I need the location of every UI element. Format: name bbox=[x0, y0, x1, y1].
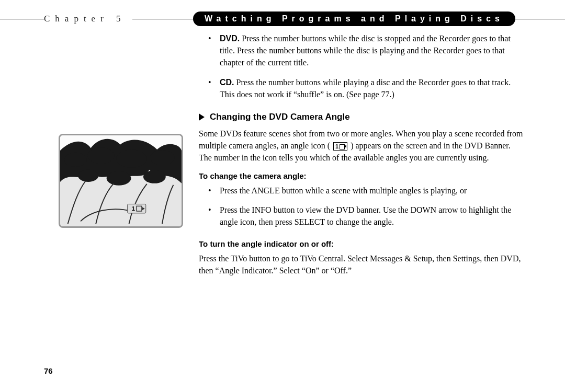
list-item: Press the INFO button to view the DVD ba… bbox=[199, 204, 523, 228]
page-header: Chapter 5 Watching Programs and Playing … bbox=[0, 11, 565, 26]
svg-point-2 bbox=[64, 153, 87, 167]
bullet-text: Press the INFO button to view the DVD ba… bbox=[220, 205, 511, 226]
top-bullet-list: DVD. Press the number buttons while the … bbox=[199, 32, 523, 100]
chapter-label: Chapter 5 bbox=[44, 11, 132, 26]
section-heading: Changing the DVD Camera Angle bbox=[210, 112, 350, 122]
list-item: Press the ANGLE button while a scene wit… bbox=[199, 185, 523, 197]
camera-icon bbox=[340, 144, 346, 148]
section-intro-paragraph: Some DVDs feature scenes shot from two o… bbox=[199, 128, 523, 164]
camera-angle-figure: 1 bbox=[59, 134, 183, 228]
bullet-bold: DVD. bbox=[220, 34, 240, 43]
bullet-text: Press the number buttons while playing a… bbox=[220, 78, 511, 99]
svg-point-6 bbox=[78, 170, 98, 182]
svg-point-7 bbox=[107, 171, 131, 186]
chapter-title: Watching Programs and Playing Discs bbox=[193, 11, 515, 26]
chapter-title-wrap: Watching Programs and Playing Discs bbox=[193, 11, 515, 26]
main-content: DVD. Press the number buttons while the … bbox=[199, 32, 523, 284]
bullet-text: Press the number buttons while the disc … bbox=[220, 34, 511, 67]
list-item: DVD. Press the number buttons while the … bbox=[199, 32, 523, 69]
bullet-text: Press the ANGLE button while a scene wit… bbox=[220, 186, 467, 195]
svg-point-4 bbox=[116, 149, 146, 168]
change-angle-list: Press the ANGLE button while a scene wit… bbox=[199, 185, 523, 228]
angle-icon-number: 1 bbox=[335, 144, 340, 149]
svg-point-5 bbox=[150, 150, 175, 165]
page-number: 76 bbox=[44, 366, 53, 375]
list-item: CD. Press the number buttons while playi… bbox=[199, 76, 523, 100]
angle-icon: 1 bbox=[333, 142, 347, 151]
svg-point-8 bbox=[143, 170, 166, 183]
sub-heading-toggle-indicator: To turn the angle indicator on or off: bbox=[199, 239, 523, 248]
triangle-bullet-icon bbox=[199, 113, 205, 121]
sub-heading-change-angle: To change the camera angle: bbox=[199, 171, 523, 180]
svg-point-3 bbox=[88, 147, 115, 164]
toggle-indicator-paragraph: Press the TiVo button to go to TiVo Cent… bbox=[199, 252, 523, 276]
figure-angle-number: 1 bbox=[131, 205, 135, 212]
section-heading-row: Changing the DVD Camera Angle bbox=[199, 112, 523, 122]
bullet-bold: CD. bbox=[220, 78, 234, 87]
